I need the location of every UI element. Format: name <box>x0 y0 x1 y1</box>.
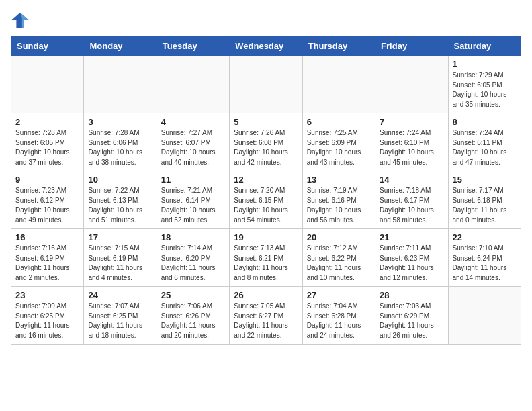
day-number: 13 <box>307 175 371 185</box>
day-number: 23 <box>15 290 79 300</box>
calendar-cell: 13Sunrise: 7:19 AM Sunset: 6:16 PM Dayli… <box>302 171 375 229</box>
calendar-table: SundayMondayTuesdayWednesdayThursdayFrid… <box>11 36 521 345</box>
calendar-cell: 8Sunrise: 7:24 AM Sunset: 6:11 PM Daylig… <box>448 113 521 171</box>
day-info: Sunrise: 7:06 AM Sunset: 6:26 PM Dayligh… <box>161 302 225 340</box>
day-number: 17 <box>88 232 152 242</box>
calendar-week-3: 9Sunrise: 7:23 AM Sunset: 6:12 PM Daylig… <box>11 171 521 229</box>
day-number: 11 <box>161 175 225 185</box>
calendar-cell: 25Sunrise: 7:06 AM Sunset: 6:26 PM Dayli… <box>157 287 229 345</box>
calendar-cell: 21Sunrise: 7:11 AM Sunset: 6:23 PM Dayli… <box>375 229 448 287</box>
calendar-cell <box>157 56 229 113</box>
day-header-thursday: Thursday <box>302 37 375 56</box>
day-number: 18 <box>161 232 225 242</box>
day-number: 19 <box>234 232 298 242</box>
calendar-cell: 9Sunrise: 7:23 AM Sunset: 6:12 PM Daylig… <box>11 171 84 229</box>
day-info: Sunrise: 7:09 AM Sunset: 6:25 PM Dayligh… <box>15 302 79 340</box>
day-info: Sunrise: 7:28 AM Sunset: 6:06 PM Dayligh… <box>88 128 152 167</box>
day-header-friday: Friday <box>375 37 448 56</box>
calendar-cell: 19Sunrise: 7:13 AM Sunset: 6:21 PM Dayli… <box>230 229 302 287</box>
calendar-cell: 12Sunrise: 7:20 AM Sunset: 6:15 PM Dayli… <box>230 171 302 229</box>
calendar-cell: 6Sunrise: 7:25 AM Sunset: 6:09 PM Daylig… <box>302 113 375 171</box>
calendar-week-5: 23Sunrise: 7:09 AM Sunset: 6:25 PM Dayli… <box>11 287 521 345</box>
calendar-cell: 3Sunrise: 7:28 AM Sunset: 6:06 PM Daylig… <box>84 113 157 171</box>
calendar-cell: 23Sunrise: 7:09 AM Sunset: 6:25 PM Dayli… <box>11 287 84 345</box>
calendar-cell: 17Sunrise: 7:15 AM Sunset: 6:19 PM Dayli… <box>84 229 157 287</box>
day-number: 10 <box>88 175 152 185</box>
day-number: 15 <box>453 175 517 185</box>
calendar-cell <box>302 56 375 113</box>
calendar-cell: 24Sunrise: 7:07 AM Sunset: 6:25 PM Dayli… <box>84 287 157 345</box>
day-number: 28 <box>380 290 443 300</box>
day-number: 5 <box>234 117 298 127</box>
calendar-cell: 18Sunrise: 7:14 AM Sunset: 6:20 PM Dayli… <box>157 229 229 287</box>
calendar-cell: 15Sunrise: 7:17 AM Sunset: 6:18 PM Dayli… <box>448 171 521 229</box>
calendar-cell: 22Sunrise: 7:10 AM Sunset: 6:24 PM Dayli… <box>448 229 521 287</box>
day-number: 20 <box>307 232 371 242</box>
logo-icon <box>11 11 30 30</box>
day-number: 26 <box>234 290 298 300</box>
day-number: 4 <box>161 117 225 127</box>
day-number: 12 <box>234 175 298 185</box>
day-info: Sunrise: 7:24 AM Sunset: 6:11 PM Dayligh… <box>453 128 517 167</box>
day-info: Sunrise: 7:11 AM Sunset: 6:23 PM Dayligh… <box>380 244 443 283</box>
calendar-cell: 14Sunrise: 7:18 AM Sunset: 6:17 PM Dayli… <box>375 171 448 229</box>
day-info: Sunrise: 7:24 AM Sunset: 6:10 PM Dayligh… <box>380 128 443 167</box>
calendar-week-4: 16Sunrise: 7:16 AM Sunset: 6:19 PM Dayli… <box>11 229 521 287</box>
day-number: 21 <box>380 232 443 242</box>
calendar-header-row: SundayMondayTuesdayWednesdayThursdayFrid… <box>11 37 521 56</box>
calendar-cell: 1Sunrise: 7:29 AM Sunset: 6:05 PM Daylig… <box>448 56 521 113</box>
day-info: Sunrise: 7:19 AM Sunset: 6:16 PM Dayligh… <box>307 186 371 225</box>
day-info: Sunrise: 7:28 AM Sunset: 6:05 PM Dayligh… <box>15 128 79 167</box>
calendar-cell <box>84 56 157 113</box>
day-info: Sunrise: 7:07 AM Sunset: 6:25 PM Dayligh… <box>88 302 152 340</box>
calendar-cell: 16Sunrise: 7:16 AM Sunset: 6:19 PM Dayli… <box>11 229 84 287</box>
day-info: Sunrise: 7:25 AM Sunset: 6:09 PM Dayligh… <box>307 128 371 167</box>
day-info: Sunrise: 7:14 AM Sunset: 6:20 PM Dayligh… <box>161 244 225 283</box>
calendar-cell <box>11 56 84 113</box>
day-number: 24 <box>88 290 152 300</box>
day-header-saturday: Saturday <box>448 37 521 56</box>
day-number: 27 <box>307 290 371 300</box>
day-number: 22 <box>453 232 517 242</box>
day-number: 9 <box>15 175 79 185</box>
day-info: Sunrise: 7:10 AM Sunset: 6:24 PM Dayligh… <box>453 244 517 283</box>
day-info: Sunrise: 7:21 AM Sunset: 6:14 PM Dayligh… <box>161 186 225 225</box>
day-info: Sunrise: 7:20 AM Sunset: 6:15 PM Dayligh… <box>234 186 298 225</box>
calendar-cell <box>448 287 521 345</box>
day-header-sunday: Sunday <box>11 37 84 56</box>
calendar-cell: 20Sunrise: 7:12 AM Sunset: 6:22 PM Dayli… <box>302 229 375 287</box>
calendar-cell: 27Sunrise: 7:04 AM Sunset: 6:28 PM Dayli… <box>302 287 375 345</box>
day-info: Sunrise: 7:03 AM Sunset: 6:29 PM Dayligh… <box>380 302 443 340</box>
day-number: 2 <box>15 117 79 127</box>
day-info: Sunrise: 7:27 AM Sunset: 6:07 PM Dayligh… <box>161 128 225 167</box>
day-info: Sunrise: 7:29 AM Sunset: 6:05 PM Dayligh… <box>453 71 517 109</box>
day-header-tuesday: Tuesday <box>157 37 229 56</box>
day-info: Sunrise: 7:16 AM Sunset: 6:19 PM Dayligh… <box>15 244 79 283</box>
calendar-cell <box>230 56 302 113</box>
calendar-week-2: 2Sunrise: 7:28 AM Sunset: 6:05 PM Daylig… <box>11 113 521 171</box>
day-number: 14 <box>380 175 443 185</box>
day-number: 25 <box>161 290 225 300</box>
calendar-cell: 2Sunrise: 7:28 AM Sunset: 6:05 PM Daylig… <box>11 113 84 171</box>
calendar-cell: 7Sunrise: 7:24 AM Sunset: 6:10 PM Daylig… <box>375 113 448 171</box>
calendar-week-1: 1Sunrise: 7:29 AM Sunset: 6:05 PM Daylig… <box>11 56 521 113</box>
day-number: 8 <box>453 117 517 127</box>
day-info: Sunrise: 7:15 AM Sunset: 6:19 PM Dayligh… <box>88 244 152 283</box>
day-info: Sunrise: 7:23 AM Sunset: 6:12 PM Dayligh… <box>15 186 79 225</box>
calendar-cell <box>375 56 448 113</box>
day-info: Sunrise: 7:17 AM Sunset: 6:18 PM Dayligh… <box>453 186 517 225</box>
calendar-cell: 10Sunrise: 7:22 AM Sunset: 6:13 PM Dayli… <box>84 171 157 229</box>
day-info: Sunrise: 7:05 AM Sunset: 6:27 PM Dayligh… <box>234 302 298 340</box>
day-number: 16 <box>15 232 79 242</box>
calendar-cell: 26Sunrise: 7:05 AM Sunset: 6:27 PM Dayli… <box>230 287 302 345</box>
day-info: Sunrise: 7:12 AM Sunset: 6:22 PM Dayligh… <box>307 244 371 283</box>
day-info: Sunrise: 7:22 AM Sunset: 6:13 PM Dayligh… <box>88 186 152 225</box>
day-number: 6 <box>307 117 371 127</box>
calendar-cell: 5Sunrise: 7:26 AM Sunset: 6:08 PM Daylig… <box>230 113 302 171</box>
day-header-monday: Monday <box>84 37 157 56</box>
day-info: Sunrise: 7:26 AM Sunset: 6:08 PM Dayligh… <box>234 128 298 167</box>
day-info: Sunrise: 7:18 AM Sunset: 6:17 PM Dayligh… <box>380 186 443 225</box>
day-number: 3 <box>88 117 152 127</box>
calendar-cell: 11Sunrise: 7:21 AM Sunset: 6:14 PM Dayli… <box>157 171 229 229</box>
page-header <box>11 11 521 30</box>
